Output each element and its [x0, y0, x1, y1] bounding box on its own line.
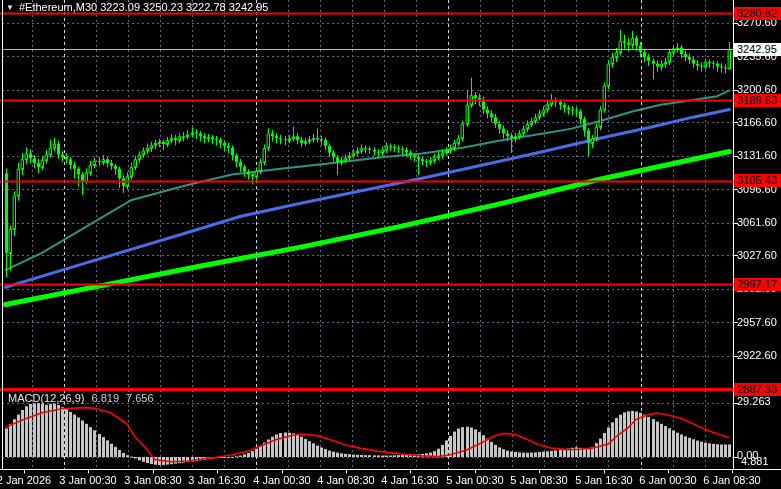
- macd-main-value: 6.819: [91, 392, 119, 404]
- macd-indicator-label: MACD(12,26,9) 6.819 7.656: [8, 392, 154, 404]
- price-chart-canvas[interactable]: [0, 0, 781, 489]
- symbol-dropdown-arrow-icon[interactable]: ▼: [6, 3, 14, 12]
- macd-signal-value: 7.656: [126, 392, 154, 404]
- symbol-label: #Ethereum,M30: [19, 1, 97, 13]
- chart-title: ▼#Ethereum,M30 3223.09 3250.23 3222.78 3…: [6, 1, 268, 13]
- macd-name: MACD(12,26,9): [8, 392, 84, 404]
- ohlc-values: 3223.09 3250.23 3222.78 3242.95: [100, 1, 268, 13]
- chart-window: ▼#Ethereum,M30 3223.09 3250.23 3222.78 3…: [0, 0, 781, 489]
